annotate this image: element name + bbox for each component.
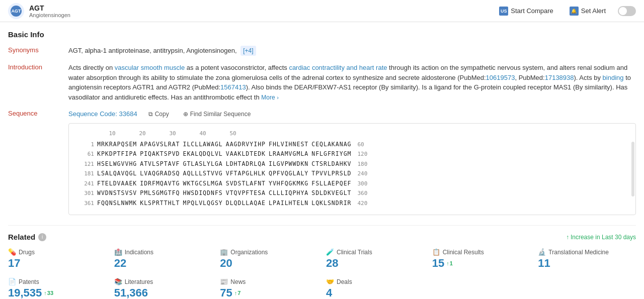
seq-group: KPKDPTFIPA (97, 150, 137, 158)
sequence-rows: 1MRKRAPQSEMAPAGVSLRATILCLLAWAGLAAGDRVYIH… (75, 140, 629, 208)
introduction-text: Acts directly on vascular smooth muscle … (68, 64, 631, 101)
pubmed-2-link[interactable]: 17138938 (545, 74, 574, 81)
find-similar-button[interactable]: ⊕ Find Similar Sequence (180, 109, 254, 119)
seq-group: LDHTADRLQA (226, 160, 266, 168)
card-count-value: 20 (220, 257, 232, 270)
card-count: 17 (8, 257, 106, 270)
vascular-link[interactable]: vascular smooth muscle (115, 64, 185, 71)
card-icon: 🏥 (114, 248, 122, 256)
card-header: 🧪 Clinical Trials (326, 248, 424, 256)
introduction-value: Acts directly on vascular smooth muscle … (68, 63, 636, 102)
related-card[interactable]: 📰 News 75 ↑ 7 (220, 278, 318, 299)
card-header: 🔬 Translational Medicine (538, 248, 636, 256)
sequence-value: Sequence Code: 33684 ⧉ Copy ⊕ Find Simil… (68, 109, 636, 215)
related-card[interactable]: 🏢 Organizations 20 (220, 248, 318, 270)
find-similar-label: Find Similar Sequence (190, 111, 251, 118)
gene-name: AGT (29, 4, 70, 12)
set-alert-button[interactable]: 🔔 Set Alert (566, 5, 610, 18)
related-card[interactable]: 💊 Drugs 17 (8, 248, 106, 270)
related-title-row: Related i (8, 233, 46, 241)
seq-group: LPAILHTELN (269, 199, 308, 208)
card-icon: 🧪 (326, 248, 334, 256)
card-count-value: 51,366 (114, 286, 148, 299)
card-count: 28 (326, 257, 424, 270)
related-cards-row2: 📄 Patents 19,535 ↑ 33 📚 Literatures 51,3… (8, 278, 636, 299)
up-arrow: ↑ (446, 260, 449, 266)
seq-end-num: 300 (358, 180, 368, 188)
seq-group: VAAKLDTEDK (226, 150, 266, 158)
copy-button[interactable]: ⧉ Copy (145, 109, 172, 119)
sequence-scrollbar[interactable] (631, 142, 634, 196)
increase-text: Increase in Last 30 days (571, 234, 636, 241)
seq-group: HWSDIQDNFS (183, 189, 223, 197)
cardiac-link[interactable]: cardiac contractility and heart rate (289, 64, 387, 71)
related-card[interactable]: 📋 Clinical Results 15 ↑ 1 (432, 248, 530, 270)
more-link[interactable]: More (261, 94, 275, 101)
card-header: 📰 News (220, 278, 318, 285)
sequence-data-row: 181LSALQAVQGLLVAQGRADSQAQLLLSTVVGVFTAPGL… (75, 169, 629, 178)
card-header: 📋 Clinical Results (432, 248, 530, 256)
seq-group: FTELDVAAEK (97, 179, 137, 188)
seq-group: CEQLAKANAG (311, 140, 351, 149)
seq-group: PMLSGMGTFQ (140, 189, 180, 197)
card-icon: 📚 (114, 278, 122, 285)
header: AGT AGT Angiotensinogen US Start Compare… (0, 0, 644, 22)
related-card[interactable]: 🧪 Clinical Trials 28 (326, 248, 424, 270)
seq-group: VFTAPGLHLK (226, 169, 266, 178)
sequence-code-link[interactable]: Sequence Code: 33684 (68, 109, 137, 119)
seq-group: LRAAMVGMLA (269, 150, 308, 158)
seq-group: LQKLSNDRIR (311, 199, 351, 208)
find-similar-icon: ⊕ (183, 111, 188, 118)
card-icon: 🔬 (538, 248, 546, 256)
copy-icon: ⧉ (148, 111, 153, 118)
seq-group: MPQLVLQGSY (183, 199, 223, 208)
seq-start-num: 121 (75, 160, 94, 169)
card-count-value: 15 (432, 257, 444, 270)
sequence-label: Sequence (8, 109, 68, 117)
card-count-value: 17 (8, 257, 20, 270)
related-header: Related i ↑ Increase in Last 30 days (8, 233, 636, 241)
seq-group: ILCLLAWAGL (183, 140, 223, 149)
sequence-box[interactable]: 10 20 30 40 50 1MRKRAPQSEMAPAGVSLRATILCL… (68, 123, 636, 215)
related-card[interactable]: 📄 Patents 19,535 ↑ 33 (8, 278, 106, 299)
related-card[interactable]: 🏥 Indications 22 (114, 248, 212, 270)
seq-group: HSELWGVVHG (97, 160, 137, 168)
card-label: Translational Medicine (548, 249, 609, 256)
sequence-header: Sequence Code: 33684 ⧉ Copy ⊕ Find Simil… (68, 109, 636, 119)
introduction-row: Introduction Acts directly on vascular s… (8, 63, 636, 102)
card-delta: ↑ 1 (446, 260, 453, 266)
start-compare-label: Start Compare (511, 7, 553, 15)
seq-group: APAGVSLRAT (140, 140, 180, 149)
seq-group: GTLASLYLGA (183, 160, 223, 168)
card-header: 🏥 Indications (114, 248, 212, 256)
card-count: 75 ↑ 7 (220, 286, 318, 299)
card-icon: 💊 (8, 248, 16, 256)
alert-toggle[interactable] (618, 6, 636, 16)
card-label: Indications (125, 249, 153, 256)
card-header: 📚 Literatures (114, 278, 212, 285)
binding-link[interactable]: binding (603, 74, 624, 81)
card-count: 51,366 (114, 286, 212, 299)
card-delta: ↑ 7 (234, 290, 241, 296)
pubmed-3-link[interactable]: 1567413 (220, 83, 246, 91)
card-count-value: 11 (538, 257, 550, 270)
start-compare-button[interactable]: US Start Compare (495, 5, 557, 18)
related-card[interactable]: 🤝 Deals 4 (326, 278, 424, 299)
header-actions: US Start Compare 🔔 Set Alert (495, 5, 636, 18)
synonyms-badge[interactable]: [+4] (240, 46, 256, 56)
seq-group: NFLGFRIYGM (311, 150, 351, 158)
card-icon: 🏢 (220, 248, 228, 256)
card-header: 📄 Patents (8, 278, 106, 285)
seq-end-num: 120 (358, 150, 368, 159)
card-count-value: 22 (114, 257, 126, 270)
related-card[interactable]: 📚 Literatures 51,366 (114, 278, 212, 299)
card-count-value: 28 (326, 257, 338, 270)
synonyms-text: AGT, alpha-1 antiproteinase, antitrypsin… (68, 47, 237, 54)
card-count: 4 (326, 286, 424, 299)
seq-group: LSALQAVQGL (97, 169, 137, 178)
gene-subtitle: Angiotensinogen (29, 12, 70, 18)
pubmed-1-link[interactable]: 10619573 (486, 74, 515, 81)
related-card[interactable]: 🔬 Translational Medicine 11 (538, 248, 636, 270)
sequence-data-row: 301WVDNSTSVSVPMLSGMGTFQHWSDIQDNFSVTQVPFT… (75, 189, 629, 198)
related-info-icon[interactable]: i (38, 233, 46, 241)
